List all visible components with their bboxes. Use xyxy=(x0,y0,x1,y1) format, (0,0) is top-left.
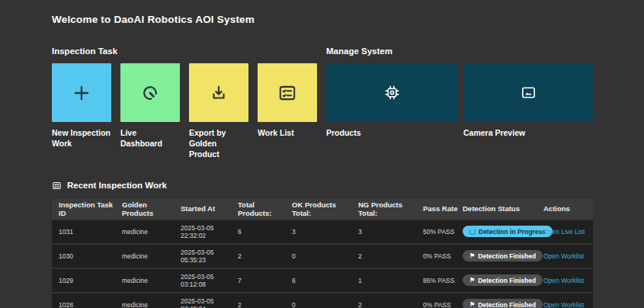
detection-status-cell: ⚑ Detection Finished xyxy=(463,299,543,308)
work-list-card[interactable] xyxy=(258,63,317,122)
spinner-icon xyxy=(469,229,476,235)
inspection-task-heading: Inspection Task xyxy=(52,47,317,56)
ng-products-total: 2 xyxy=(358,252,423,260)
open-worklist-link[interactable]: Open Worklist xyxy=(543,301,584,308)
new-inspection-work-card[interactable] xyxy=(52,63,111,122)
col-ng-products-total: NG Products Total: xyxy=(358,201,423,217)
table-row: 1028 medicine 2025-03-05 02:48:04 2 0 2 … xyxy=(52,294,593,308)
total-products: 6 xyxy=(238,228,292,236)
checklist-icon xyxy=(52,181,62,191)
table-header-row: Inspection Task ID Golden Products Start… xyxy=(52,199,593,219)
golden-products: medicine xyxy=(122,277,181,284)
flag-icon: ⚑ xyxy=(469,278,475,284)
tile-new-inspection-work[interactable]: New Inspection Work xyxy=(52,63,111,160)
ng-products-total: 1 xyxy=(358,277,423,284)
tile-label: Work List xyxy=(258,127,317,138)
ok-products-total: 0 xyxy=(292,252,358,260)
task-id: 1030 xyxy=(59,252,122,260)
pass-rate: 0% PASS xyxy=(423,301,463,308)
recent-inspection-section: Recent Inspection Work Inspection Task I… xyxy=(52,181,593,308)
pass-rate: 0% PASS xyxy=(423,252,463,260)
page-title: Welcome to DaoAI Robotics AOI System xyxy=(52,14,644,25)
status-badge-label: Detection Finished xyxy=(478,252,536,260)
started-at: 2025-03-05 22:32:02 xyxy=(181,224,238,239)
col-started-at: Started At xyxy=(181,204,238,213)
ng-products-total: 3 xyxy=(358,228,423,236)
table-row: 1029 medicine 2025-03-05 03:12:08 7 6 1 … xyxy=(52,269,593,292)
tile-label: Live Dashboard xyxy=(120,127,180,149)
manage-system-tiles: Products Camera Preview xyxy=(326,63,593,138)
col-detection-status: Detection Status xyxy=(463,204,543,213)
task-id: 1029 xyxy=(59,277,122,284)
total-products: 2 xyxy=(238,252,292,260)
col-inspection-task-id: Inspection Task ID xyxy=(59,201,122,217)
actions-cell: Open Worklist xyxy=(543,277,593,284)
manage-system-heading: Manage System xyxy=(326,47,593,56)
flag-icon: ⚑ xyxy=(469,253,475,259)
open-worklist-link[interactable]: Open Worklist xyxy=(543,252,584,260)
status-badge-finished: ⚑ Detection Finished xyxy=(463,274,543,286)
status-badge-finished: ⚑ Detection Finished xyxy=(463,250,543,261)
detection-status-cell: Detection in Progress xyxy=(463,226,543,237)
open-worklist-link[interactable]: Open Worklist xyxy=(543,277,584,284)
status-badge-label: Detection Finished xyxy=(478,301,536,308)
dashboard-page: Welcome to DaoAI Robotics AOI System Ins… xyxy=(0,0,644,308)
flag-icon: ⚑ xyxy=(469,302,475,308)
col-golden-products: Golden Products xyxy=(122,201,181,217)
golden-products: medicine xyxy=(122,252,181,260)
status-badge-finished: ⚑ Detection Finished xyxy=(463,299,543,308)
started-at: 2025-03-05 02:48:04 xyxy=(181,297,238,308)
tile-label: New Inspection Work xyxy=(52,127,111,149)
inspection-task-tiles: New Inspection Work Live Dashboard xyxy=(52,63,317,160)
golden-products: medicine xyxy=(122,228,181,236)
tile-work-list[interactable]: Work List xyxy=(258,63,317,160)
status-badge-label: Detection in Progress xyxy=(479,228,546,236)
recent-inspection-table: Inspection Task ID Golden Products Start… xyxy=(52,199,593,308)
open-live-list-link[interactable]: Open Live List xyxy=(543,228,585,236)
download-icon xyxy=(209,83,229,103)
started-at: 2025-03-05 03:12:08 xyxy=(181,273,238,288)
ng-products-total: 2 xyxy=(358,301,423,308)
col-total-products: Total Products: xyxy=(238,201,292,217)
started-at: 2025-03-05 05:35:23 xyxy=(181,249,238,264)
camera-preview-card[interactable] xyxy=(463,63,593,122)
tile-label: Camera Preview xyxy=(463,127,593,138)
status-badge-in-progress: Detection in Progress xyxy=(463,226,553,237)
col-pass-rate: Pass Rate xyxy=(423,204,463,213)
gauge-icon xyxy=(140,83,160,103)
products-card[interactable] xyxy=(326,63,457,122)
task-id: 1031 xyxy=(59,228,122,236)
tile-camera-preview[interactable]: Camera Preview xyxy=(463,63,593,138)
checklist-icon xyxy=(277,83,297,103)
detection-status-cell: ⚑ Detection Finished xyxy=(463,274,543,286)
live-dashboard-card[interactable] xyxy=(120,63,180,122)
chip-icon xyxy=(383,84,401,101)
tile-products[interactable]: Products xyxy=(326,63,457,138)
actions-cell: Open Worklist xyxy=(543,252,593,260)
sections-row: Inspection Task New Inspection Work xyxy=(52,47,593,160)
actions-cell: Open Live List xyxy=(543,228,593,236)
plus-icon xyxy=(72,83,91,103)
tile-live-dashboard[interactable]: Live Dashboard xyxy=(120,63,180,160)
col-actions: Actions xyxy=(543,204,593,213)
golden-products: medicine xyxy=(122,301,181,308)
actions-cell: Open Worklist xyxy=(543,301,593,308)
inspection-task-section: Inspection Task New Inspection Work xyxy=(52,47,317,160)
detection-status-cell: ⚑ Detection Finished xyxy=(463,250,543,261)
export-golden-product-card[interactable] xyxy=(189,63,248,122)
manage-system-section: Manage System Products xyxy=(326,47,593,160)
ok-products-total: 0 xyxy=(292,301,358,308)
tile-export-by-golden-product[interactable]: Export by Golden Product xyxy=(189,63,248,160)
status-badge-label: Detection Finished xyxy=(478,277,536,284)
ok-products-total: 3 xyxy=(292,228,358,236)
table-row: 1030 medicine 2025-03-05 05:35:23 2 0 2 … xyxy=(52,245,593,268)
pass-rate: 50% PASS xyxy=(423,228,463,236)
recent-inspection-heading: Recent Inspection Work xyxy=(52,181,593,191)
tile-label: Products xyxy=(326,127,457,138)
ok-products-total: 6 xyxy=(292,277,358,284)
task-id: 1028 xyxy=(59,301,122,308)
col-ok-products-total: OK Products Total: xyxy=(292,201,358,217)
recent-inspection-title: Recent Inspection Work xyxy=(67,181,167,190)
image-icon xyxy=(520,84,537,101)
table-row: 1031 medicine 2025-03-05 22:32:02 6 3 3 … xyxy=(52,220,593,243)
